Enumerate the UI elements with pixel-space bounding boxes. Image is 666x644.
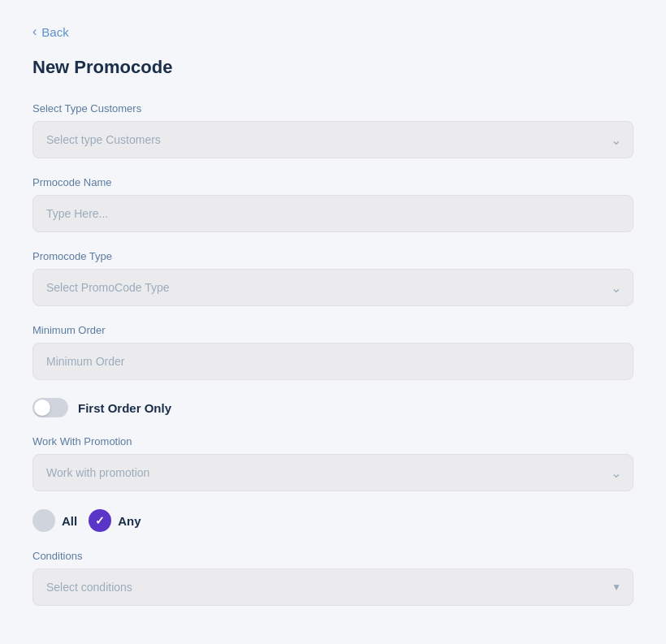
- first-order-only-row: First Order Only: [32, 398, 634, 417]
- minimum-order-label: Minimum Order: [32, 324, 634, 336]
- conditions-wrapper[interactable]: Select conditions ▼: [32, 568, 634, 606]
- any-label: Any: [118, 514, 141, 528]
- all-option[interactable]: All: [32, 509, 77, 532]
- any-radio-circle[interactable]: [89, 509, 111, 532]
- back-label: Back: [41, 25, 68, 39]
- conditions-display: Select conditions: [33, 569, 633, 605]
- promocode-name-group: Prmocode Name: [32, 176, 634, 232]
- first-order-only-label: First Order Only: [78, 401, 171, 415]
- minimum-order-group: Minimum Order: [32, 324, 634, 380]
- all-radio-circle[interactable]: [32, 509, 55, 532]
- promocode-name-input[interactable]: [32, 195, 634, 232]
- chevron-left-icon: ‹: [32, 24, 37, 39]
- page-container: ‹ Back New Promocode Select Type Custome…: [0, 0, 666, 644]
- work-with-promotion-wrapper[interactable]: Work with promotion ⌄: [32, 454, 634, 491]
- promocode-type-wrapper[interactable]: Select PromoCode Type ⌄: [32, 269, 634, 306]
- conditions-label: Conditions: [32, 550, 634, 562]
- conditions-group: Conditions Select conditions ▼: [32, 550, 634, 606]
- select-type-customers-label: Select Type Customers: [32, 102, 634, 115]
- select-type-customers-input[interactable]: [33, 122, 633, 158]
- promocode-name-label: Prmocode Name: [32, 176, 634, 188]
- minimum-order-input[interactable]: [32, 343, 634, 380]
- promocode-type-display: Select PromoCode Type: [33, 270, 633, 305]
- select-type-customers-wrapper[interactable]: Select type Customers ⌄: [32, 121, 634, 158]
- all-label: All: [62, 514, 77, 528]
- work-with-promotion-display: Work with promotion: [33, 455, 633, 491]
- work-with-promotion-group: Work With Promotion Work with promotion …: [32, 435, 634, 491]
- promocode-type-group: Promocode Type Select PromoCode Type ⌄: [32, 250, 634, 306]
- page-title: New Promocode: [32, 57, 634, 78]
- first-order-only-toggle[interactable]: [32, 398, 68, 417]
- toggle-knob: [34, 400, 50, 416]
- promocode-type-label: Promocode Type: [32, 250, 634, 262]
- work-with-promotion-label: Work With Promotion: [32, 435, 634, 447]
- all-any-row: All Any: [32, 509, 634, 532]
- select-type-customers-group: Select Type Customers Select type Custom…: [32, 102, 634, 158]
- any-option[interactable]: Any: [89, 509, 141, 532]
- back-link[interactable]: ‹ Back: [32, 24, 634, 39]
